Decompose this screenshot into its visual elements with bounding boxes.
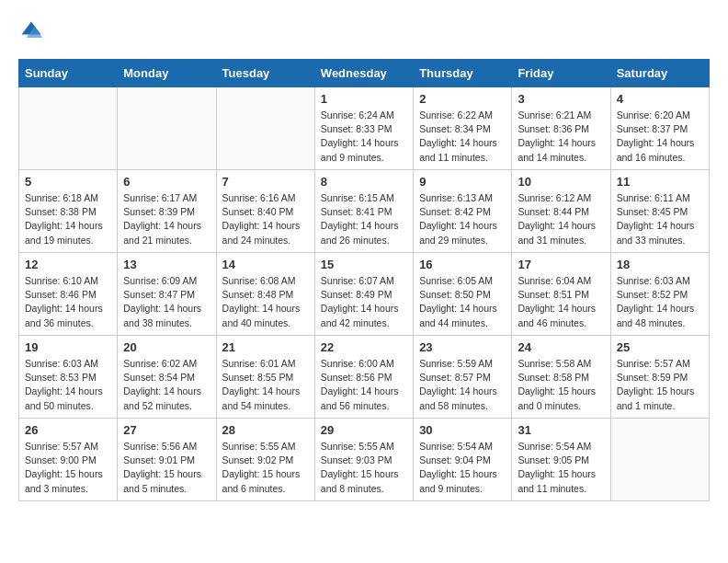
day-cell: 4Sunrise: 6:20 AM Sunset: 8:37 PM Daylig…	[610, 87, 709, 170]
day-info: Sunrise: 5:56 AM Sunset: 9:01 PM Dayligh…	[123, 440, 210, 496]
day-info: Sunrise: 5:59 AM Sunset: 8:57 PM Dayligh…	[419, 357, 506, 413]
day-info: Sunrise: 6:12 AM Sunset: 8:44 PM Dayligh…	[518, 191, 604, 247]
day-number: 21	[222, 340, 309, 354]
day-info: Sunrise: 6:10 AM Sunset: 8:46 PM Dayligh…	[25, 274, 111, 330]
day-number: 29	[321, 423, 407, 437]
day-info: Sunrise: 6:03 AM Sunset: 8:52 PM Dayligh…	[617, 274, 703, 330]
day-number: 7	[222, 175, 309, 189]
page-header	[18, 18, 710, 44]
day-cell: 12Sunrise: 6:10 AM Sunset: 8:46 PM Dayli…	[19, 253, 118, 336]
day-cell: 11Sunrise: 6:11 AM Sunset: 8:45 PM Dayli…	[610, 170, 709, 253]
day-info: Sunrise: 6:08 AM Sunset: 8:48 PM Dayligh…	[222, 274, 309, 330]
week-row-4: 19Sunrise: 6:03 AM Sunset: 8:53 PM Dayli…	[19, 336, 710, 419]
day-cell: 6Sunrise: 6:17 AM Sunset: 8:39 PM Daylig…	[118, 170, 216, 253]
day-number: 17	[518, 258, 604, 271]
day-cell: 22Sunrise: 6:00 AM Sunset: 8:56 PM Dayli…	[314, 336, 413, 419]
day-number: 18	[617, 258, 703, 271]
column-header-saturday: Saturday	[610, 60, 709, 87]
day-cell: 2Sunrise: 6:22 AM Sunset: 8:34 PM Daylig…	[414, 87, 512, 170]
day-info: Sunrise: 6:22 AM Sunset: 8:34 PM Dayligh…	[419, 109, 506, 165]
day-number: 10	[518, 175, 604, 189]
day-info: Sunrise: 5:55 AM Sunset: 9:02 PM Dayligh…	[222, 440, 309, 496]
day-cell: 26Sunrise: 5:57 AM Sunset: 9:00 PM Dayli…	[19, 419, 118, 501]
day-number: 24	[518, 340, 604, 354]
day-cell: 9Sunrise: 6:13 AM Sunset: 8:42 PM Daylig…	[414, 170, 512, 253]
day-cell: 25Sunrise: 5:57 AM Sunset: 8:59 PM Dayli…	[610, 336, 709, 419]
day-number: 12	[25, 258, 111, 271]
day-number: 28	[222, 423, 309, 437]
day-info: Sunrise: 6:01 AM Sunset: 8:55 PM Dayligh…	[222, 357, 309, 413]
day-info: Sunrise: 6:00 AM Sunset: 8:56 PM Dayligh…	[321, 357, 407, 413]
day-cell: 24Sunrise: 5:58 AM Sunset: 8:58 PM Dayli…	[512, 336, 610, 419]
day-info: Sunrise: 6:05 AM Sunset: 8:50 PM Dayligh…	[419, 274, 506, 330]
week-row-2: 5Sunrise: 6:18 AM Sunset: 8:38 PM Daylig…	[19, 170, 710, 253]
day-cell: 3Sunrise: 6:21 AM Sunset: 8:36 PM Daylig…	[512, 87, 610, 170]
day-number: 20	[123, 340, 210, 354]
day-cell: 28Sunrise: 5:55 AM Sunset: 9:02 PM Dayli…	[216, 419, 314, 501]
day-cell	[19, 87, 118, 170]
day-cell: 14Sunrise: 6:08 AM Sunset: 8:48 PM Dayli…	[216, 253, 314, 336]
column-header-sunday: Sunday	[19, 60, 118, 87]
day-number: 5	[25, 175, 111, 189]
calendar-header: SundayMondayTuesdayWednesdayThursdayFrid…	[19, 60, 710, 87]
day-number: 15	[321, 258, 407, 271]
day-cell: 7Sunrise: 6:16 AM Sunset: 8:40 PM Daylig…	[216, 170, 314, 253]
day-cell: 30Sunrise: 5:54 AM Sunset: 9:04 PM Dayli…	[414, 419, 512, 501]
day-info: Sunrise: 6:21 AM Sunset: 8:36 PM Dayligh…	[518, 109, 604, 165]
day-cell: 21Sunrise: 6:01 AM Sunset: 8:55 PM Dayli…	[216, 336, 314, 419]
logo	[18, 18, 48, 44]
day-cell: 27Sunrise: 5:56 AM Sunset: 9:01 PM Dayli…	[118, 419, 216, 501]
day-number: 16	[419, 258, 506, 271]
day-cell: 5Sunrise: 6:18 AM Sunset: 8:38 PM Daylig…	[19, 170, 118, 253]
day-number: 27	[123, 423, 210, 437]
logo-icon	[18, 18, 44, 44]
day-info: Sunrise: 6:07 AM Sunset: 8:49 PM Dayligh…	[321, 274, 407, 330]
day-cell	[216, 87, 314, 170]
day-number: 1	[321, 92, 407, 106]
day-info: Sunrise: 6:09 AM Sunset: 8:47 PM Dayligh…	[123, 274, 210, 330]
day-number: 13	[123, 258, 210, 271]
day-number: 22	[321, 340, 407, 354]
day-cell: 19Sunrise: 6:03 AM Sunset: 8:53 PM Dayli…	[19, 336, 118, 419]
day-number: 6	[123, 175, 210, 189]
day-cell: 16Sunrise: 6:05 AM Sunset: 8:50 PM Dayli…	[414, 253, 512, 336]
day-cell: 31Sunrise: 5:54 AM Sunset: 9:05 PM Dayli…	[512, 419, 610, 501]
day-cell: 29Sunrise: 5:55 AM Sunset: 9:03 PM Dayli…	[314, 419, 413, 501]
column-header-tuesday: Tuesday	[216, 60, 314, 87]
day-number: 31	[518, 423, 604, 437]
day-info: Sunrise: 5:57 AM Sunset: 9:00 PM Dayligh…	[25, 440, 111, 496]
column-header-wednesday: Wednesday	[314, 60, 413, 87]
day-cell: 1Sunrise: 6:24 AM Sunset: 8:33 PM Daylig…	[314, 87, 413, 170]
day-cell: 15Sunrise: 6:07 AM Sunset: 8:49 PM Dayli…	[314, 253, 413, 336]
day-info: Sunrise: 6:04 AM Sunset: 8:51 PM Dayligh…	[518, 274, 604, 330]
day-cell: 17Sunrise: 6:04 AM Sunset: 8:51 PM Dayli…	[512, 253, 610, 336]
day-info: Sunrise: 6:20 AM Sunset: 8:37 PM Dayligh…	[617, 109, 703, 165]
day-info: Sunrise: 6:11 AM Sunset: 8:45 PM Dayligh…	[617, 191, 703, 247]
day-info: Sunrise: 5:58 AM Sunset: 8:58 PM Dayligh…	[518, 357, 604, 413]
day-cell	[610, 419, 709, 501]
day-number: 2	[419, 92, 506, 106]
day-number: 11	[617, 175, 703, 189]
day-number: 3	[518, 92, 604, 106]
week-row-1: 1Sunrise: 6:24 AM Sunset: 8:33 PM Daylig…	[19, 87, 710, 170]
day-number: 9	[419, 175, 506, 189]
column-header-thursday: Thursday	[414, 60, 512, 87]
day-info: Sunrise: 6:16 AM Sunset: 8:40 PM Dayligh…	[222, 191, 309, 247]
day-number: 25	[617, 340, 703, 354]
day-info: Sunrise: 6:02 AM Sunset: 8:54 PM Dayligh…	[123, 357, 210, 413]
calendar-table: SundayMondayTuesdayWednesdayThursdayFrid…	[18, 59, 710, 501]
day-info: Sunrise: 5:54 AM Sunset: 9:05 PM Dayligh…	[518, 440, 604, 496]
day-info: Sunrise: 5:55 AM Sunset: 9:03 PM Dayligh…	[321, 440, 407, 496]
day-number: 4	[617, 92, 703, 106]
calendar-body: 1Sunrise: 6:24 AM Sunset: 8:33 PM Daylig…	[19, 87, 710, 501]
day-number: 30	[419, 423, 506, 437]
day-info: Sunrise: 5:57 AM Sunset: 8:59 PM Dayligh…	[617, 357, 703, 413]
day-info: Sunrise: 6:24 AM Sunset: 8:33 PM Dayligh…	[321, 109, 407, 165]
day-number: 26	[25, 423, 111, 437]
day-cell: 13Sunrise: 6:09 AM Sunset: 8:47 PM Dayli…	[118, 253, 216, 336]
day-cell: 10Sunrise: 6:12 AM Sunset: 8:44 PM Dayli…	[512, 170, 610, 253]
day-cell	[118, 87, 216, 170]
day-info: Sunrise: 6:18 AM Sunset: 8:38 PM Dayligh…	[25, 191, 111, 247]
day-cell: 20Sunrise: 6:02 AM Sunset: 8:54 PM Dayli…	[118, 336, 216, 419]
day-info: Sunrise: 6:17 AM Sunset: 8:39 PM Dayligh…	[123, 191, 210, 247]
